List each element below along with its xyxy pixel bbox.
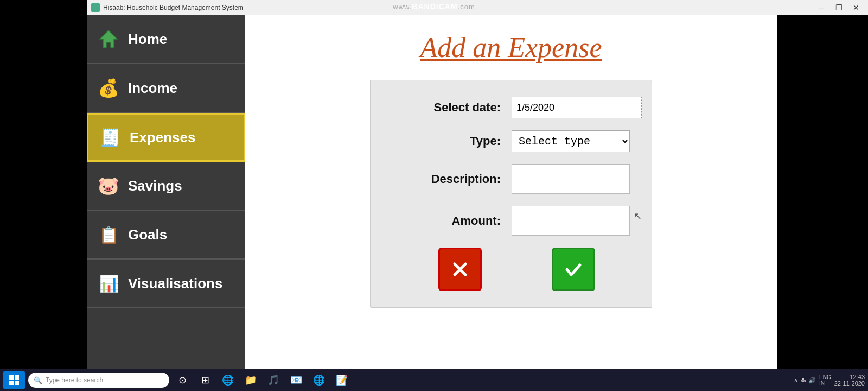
savings-icon: 🐷 [97,174,120,198]
taskbar-right: ∧ 🖧 🔊 ENG IN 12:43 22-11-2020 [794,374,865,387]
explorer-button[interactable]: 📁 [241,370,260,390]
svg-rect-5 [9,375,14,380]
outlook-button[interactable]: 📧 [286,370,306,390]
lang-label: ENG [819,374,831,380]
confirm-button[interactable] [552,248,595,291]
app-icon [91,3,100,12]
amount-input[interactable] [512,206,630,236]
system-tray: ∧ 🖧 🔊 [794,377,816,384]
title-bar-controls: ─ ❐ ✕ [814,2,864,13]
cancel-icon [448,257,472,281]
input-lang-label: IN [819,380,831,386]
description-label: Description: [403,172,501,186]
time-display: 12:43 [834,374,865,380]
media-button[interactable]: 🎵 [264,370,283,390]
network-icon: 🖧 [800,377,806,383]
cancel-button[interactable] [438,248,482,291]
taskbar-search-placeholder: Type here to search [46,376,103,384]
chevron-up-icon[interactable]: ∧ [794,377,798,384]
main-content: Add an Expense Select date: Type: Select… [245,15,777,369]
sidebar-label-expenses: Expenses [130,129,195,146]
sidebar-label-goals: Goals [128,226,167,243]
confirm-icon [561,257,585,281]
sidebar-item-goals[interactable]: 📋 Goals [87,211,245,260]
amount-label: Amount: [403,214,501,228]
sidebar-item-home[interactable]: Home [87,15,245,64]
notepad-button[interactable]: 📝 [332,370,352,390]
window-title: Hisaab: Householc Budget Management Syst… [103,4,244,11]
page-title: Add an Expense [267,31,755,64]
close-button[interactable]: ✕ [848,2,864,13]
form-buttons [403,248,630,291]
amount-row: Amount: [403,206,630,236]
minimize-button[interactable]: ─ [814,2,829,13]
bandicam-watermark: www.BANDICAM.com [393,2,475,11]
language-indicator: ENG IN [819,374,831,386]
sidebar-label-savings: Savings [128,178,182,194]
title-bar-left: Hisaab: Householc Budget Management Syst… [91,3,244,12]
taskbar: 🔍 Type here to search ⊙ ⊞ 🌐 📁 🎵 📧 🌐 📝 ∧ … [0,369,868,391]
date-row: Select date: [403,97,630,118]
type-select[interactable]: Select type [512,130,630,152]
add-expense-form: Select date: Type: Select type Descripti… [370,80,652,308]
description-row: Description: [403,164,630,194]
widgets-button[interactable]: ⊞ [195,370,215,390]
description-input[interactable] [512,164,630,194]
date-display: 22-11-2020 [834,380,865,387]
date-input[interactable] [512,97,642,118]
svg-rect-8 [15,381,19,385]
expenses-icon: 🧾 [98,125,122,149]
sidebar-label-income: Income [128,80,177,97]
taskbar-clock[interactable]: 12:43 22-11-2020 [834,374,865,387]
restore-button[interactable]: ❐ [831,2,846,13]
goals-icon: 📋 [97,223,120,247]
visualisations-icon: 📊 [97,272,120,295]
browser-button[interactable]: 🌐 [309,370,329,390]
sidebar-item-visualisations[interactable]: 📊 Visualisations [87,260,245,308]
svg-marker-0 [100,30,117,48]
volume-icon: 🔊 [808,377,816,384]
type-row: Type: Select type [403,130,630,152]
sidebar-label-home: Home [128,31,167,48]
search-icon: 🔍 [34,376,42,384]
sidebar-item-expenses[interactable]: 🧾 Expenses [87,113,245,162]
svg-rect-7 [9,381,14,385]
sidebar: Home 💰 Income 🧾 Expenses 🐷 Savings 📋 Goa… [87,0,245,369]
task-view-button[interactable]: ⊙ [173,370,192,390]
home-icon [97,27,120,51]
sidebar-label-visualisations: Visualisations [128,275,222,292]
sidebar-item-savings[interactable]: 🐷 Savings [87,162,245,211]
sidebar-item-income[interactable]: 💰 Income [87,64,245,113]
taskbar-search-box[interactable]: 🔍 Type here to search [28,373,169,388]
income-icon: 💰 [97,76,120,100]
date-label: Select date: [403,100,501,115]
title-bar: Hisaab: Householc Budget Management Syst… [87,0,868,15]
svg-rect-6 [15,375,19,380]
start-button[interactable] [3,371,25,389]
chrome-button[interactable]: 🌐 [218,370,238,390]
type-label: Type: [403,134,501,148]
